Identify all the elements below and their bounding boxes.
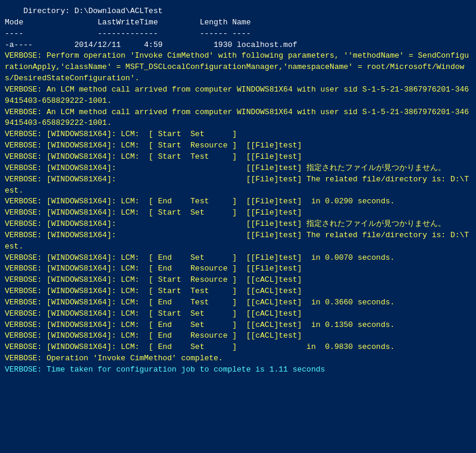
terminal-line: VERBOSE: [WINDOWS81X64]: [[File]test] Th…	[5, 174, 471, 197]
terminal-line: VERBOSE: [WINDOWS81X64]: LCM: [ Start Se…	[5, 207, 471, 219]
terminal-line: ---- ------------- ------ ----	[5, 29, 471, 40]
terminal-line: VERBOSE: Time taken for configuration jo…	[5, 364, 471, 376]
terminal-line: VERBOSE: [WINDOWS81X64]: LCM: [ End Reso…	[5, 331, 471, 342]
terminal-line: VERBOSE: [WINDOWS81X64]: LCM: [ End Set …	[5, 320, 471, 331]
terminal-line: Directory: D:\Download\ACLTest	[5, 6, 471, 17]
terminal-line: VERBOSE: [WINDOWS81X64]: LCM: [ End Set …	[5, 342, 471, 353]
terminal-line: VERBOSE: [WINDOWS81X64]: [[File]test] Th…	[5, 230, 471, 253]
terminal-line: Mode LastWriteTime Length Name	[5, 17, 471, 29]
terminal-line: VERBOSE: [WINDOWS81X64]: [[File]test] 指定…	[5, 219, 471, 230]
terminal-line: VERBOSE: An LCM method call arrived from…	[5, 107, 471, 130]
terminal-line: VERBOSE: [WINDOWS81X64]: LCM: [ End Set …	[5, 253, 471, 264]
terminal-output: Directory: D:\Download\ACLTestMode LastW…	[5, 6, 471, 376]
terminal-line: VERBOSE: Perform operation 'Invoke CimMe…	[5, 51, 471, 84]
terminal-line: VERBOSE: [WINDOWS81X64]: LCM: [ Start Re…	[5, 275, 471, 286]
terminal-line: VERBOSE: [WINDOWS81X64]: LCM: [ End Reso…	[5, 263, 471, 275]
terminal-line: VERBOSE: An LCM method call arrived from…	[5, 84, 471, 107]
terminal-line: VERBOSE: [WINDOWS81X64]: LCM: [ Start Te…	[5, 286, 471, 297]
terminal-line: VERBOSE: [WINDOWS81X64]: LCM: [ Start Se…	[5, 309, 471, 320]
terminal-line: VERBOSE: [WINDOWS81X64]: LCM: [ End Test…	[5, 297, 471, 309]
terminal-window: Directory: D:\Download\ACLTestMode LastW…	[5, 6, 471, 376]
terminal-line: -a---- 2014/12/11 4:59 1930 localhost.mo…	[5, 40, 471, 51]
terminal-line: VERBOSE: [WINDOWS81X64]: [[File]test] 指定…	[5, 163, 471, 174]
terminal-line: VERBOSE: [WINDOWS81X64]: LCM: [ Start Re…	[5, 140, 471, 152]
terminal-line: VERBOSE: [WINDOWS81X64]: LCM: [ Start Te…	[5, 152, 471, 163]
terminal-line: VERBOSE: Operation 'Invoke CimMethod' co…	[5, 353, 471, 364]
terminal-line: VERBOSE: [WINDOWS81X64]: LCM: [ Start Se…	[5, 129, 471, 140]
terminal-line: VERBOSE: [WINDOWS81X64]: LCM: [ End Test…	[5, 196, 471, 207]
